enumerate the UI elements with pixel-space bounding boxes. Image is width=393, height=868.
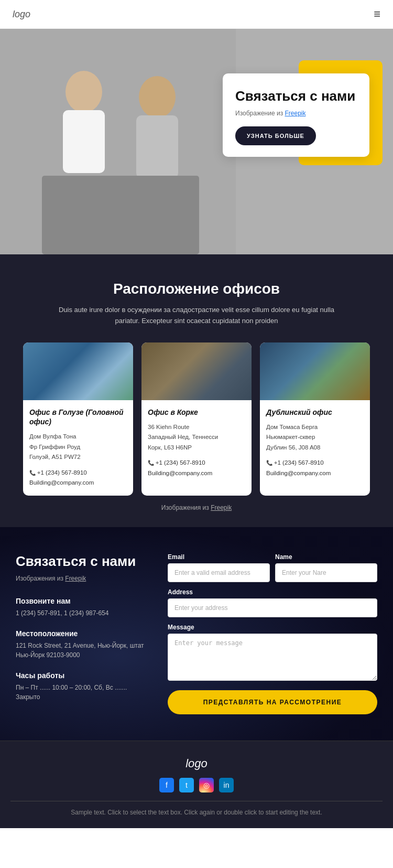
contact-section: Связаться с нами Изображения из Freepik … <box>0 527 393 741</box>
office-card-2-image <box>141 342 252 400</box>
social-facebook-icon[interactable]: f <box>159 778 174 792</box>
contact-phone-title: Позвоните нам <box>16 597 152 605</box>
footer-socials: f t ◎ in <box>10 778 383 792</box>
office-card-3-email: Building@company.com <box>266 468 364 479</box>
office-card-1-image <box>23 342 133 400</box>
office-card-1: Офис в Голузе (Головной офис) Дом Вулфа … <box>23 342 133 496</box>
footer-divider <box>10 801 383 801</box>
office-card-3-image <box>260 342 370 400</box>
offices-subtitle: Duis aute irure dolor в осуждении за сла… <box>55 305 338 327</box>
address-input[interactable] <box>168 598 377 617</box>
contact-form: Email Name Address Message ПРЕДСТАВЛЯТЬ … <box>168 553 377 714</box>
hero-section: Связаться с нами Изображение из Freepik … <box>0 29 393 254</box>
address-label: Address <box>168 588 377 596</box>
hero-learn-more-button[interactable]: УЗНАТЬ БОЛЬШЕ <box>235 126 316 145</box>
office-card-3-title: Дублинский офис <box>266 408 364 417</box>
hero-source: Изображение из Freepik <box>235 110 357 117</box>
office-card-1-address: Дом Вулфа ТонаФр Гриффин РоудГолуэй, A51… <box>29 432 127 463</box>
office-card-2-phone: +1 (234) 567-8910 <box>148 458 245 468</box>
contact-info: Связаться с нами Изображения из Freepik … <box>16 553 152 714</box>
office-card-2-address: 36 Kiehn RouteЗападный Нед, ТеннессиКорк… <box>148 422 245 453</box>
hero-source-link[interactable]: Freepik <box>285 110 305 117</box>
form-row-email-name: Email Name <box>168 553 377 582</box>
office-card-2-title: Офис в Корке <box>148 408 245 417</box>
office-card-3: Дублинский офис Дом Томаса БергаНьюмарке… <box>260 342 370 496</box>
submit-button[interactable]: ПРЕДСТАВЛЯТЬ НА РАССМОТРЕНИЕ <box>168 690 377 714</box>
office-card-3-address: Дом Томаса БергаНьюмаркет-скверДублин 56… <box>266 422 364 453</box>
hamburger-menu[interactable]: ≡ <box>374 7 380 21</box>
office-card-1-phone: +1 (234) 567-8910 <box>29 468 127 478</box>
contact-hours-block: Часы работы Пн – Пт ...... 10:00 – 20:00… <box>16 671 152 702</box>
office-cards-container: Офис в Голузе (Головной офис) Дом Вулфа … <box>16 342 377 496</box>
offices-source: Изображения из Freepik <box>16 504 377 511</box>
social-twitter-icon[interactable]: t <box>179 778 194 792</box>
email-input[interactable] <box>168 563 270 582</box>
office-card-1-title: Офис в Голузе (Головной офис) <box>29 408 127 426</box>
offices-source-link[interactable]: Freepik <box>211 504 232 511</box>
hero-title: Связаться с нами <box>235 88 357 104</box>
hero-image <box>0 29 236 254</box>
header: logo ≡ <box>0 0 393 29</box>
message-textarea[interactable] <box>168 634 377 681</box>
contact-hours-title: Часы работы <box>16 671 152 680</box>
name-label: Name <box>275 553 377 561</box>
offices-section: Расположение офисов Duis aute irure dolo… <box>0 254 393 527</box>
contact-location-block: Местоположение 121 Rock Street, 21 Avenu… <box>16 629 152 660</box>
footer-logo: logo <box>10 757 383 770</box>
contact-location-address: 121 Rock Street, 21 Avenue, Нью-Йорк, шт… <box>16 641 152 660</box>
form-group-email: Email <box>168 553 270 582</box>
office-card-1-email: Building@company.com <box>29 478 127 488</box>
header-logo: logo <box>13 9 30 20</box>
contact-location-title: Местоположение <box>16 629 152 638</box>
contact-source: Изображения из Freepik <box>16 575 152 582</box>
contact-phone-numbers: 1 (234) 567-891, 1 (234) 987-654 <box>16 608 152 618</box>
footer: logo f t ◎ in Sample text. Click to sele… <box>0 741 393 828</box>
form-row-message: Message <box>168 624 377 681</box>
office-card-3-phone: +1 (234) 567-8910 <box>266 458 364 468</box>
contact-title: Связаться с нами <box>16 553 152 570</box>
office-card-1-contact: +1 (234) 567-8910 Building@company.com <box>29 468 127 488</box>
message-label: Message <box>168 624 377 631</box>
form-group-message: Message <box>168 624 377 681</box>
office-card-2: Офис в Корке 36 Kiehn RouteЗападный Нед,… <box>141 342 252 496</box>
form-group-address: Address <box>168 588 377 617</box>
form-row-address: Address <box>168 588 377 617</box>
form-group-name: Name <box>275 553 377 582</box>
office-card-3-contact: +1 (234) 567-8910 Building@company.com <box>266 458 364 478</box>
contact-source-link[interactable]: Freepik <box>65 575 86 582</box>
name-input[interactable] <box>275 563 377 582</box>
social-linkedin-icon[interactable]: in <box>219 778 234 792</box>
footer-sample-text: Sample text. Click to select the text bo… <box>10 808 383 818</box>
office-card-2-email: Building@company.com <box>148 468 245 479</box>
offices-title: Расположение офисов <box>16 281 377 297</box>
contact-phone-block: Позвоните нам 1 (234) 567-891, 1 (234) 9… <box>16 597 152 618</box>
office-card-2-contact: +1 (234) 567-8910 Building@company.com <box>148 458 245 478</box>
hero-card: Связаться с нами Изображение из Freepik … <box>223 73 369 157</box>
contact-hours-text: Пн – Пт ...... 10:00 – 20:00, Сб, Вс ...… <box>16 683 152 702</box>
social-instagram-icon[interactable]: ◎ <box>199 778 214 792</box>
email-label: Email <box>168 553 270 561</box>
